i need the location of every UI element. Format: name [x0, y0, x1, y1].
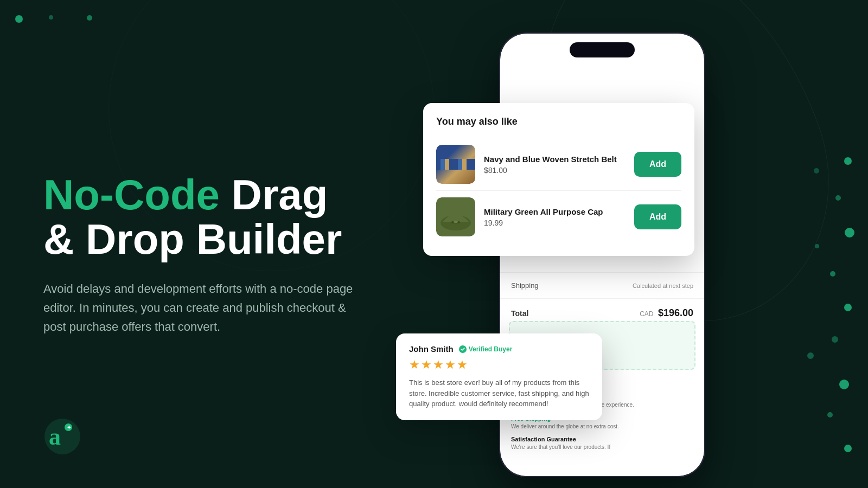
total-value: $196.00	[658, 307, 693, 318]
upsell-item-belt: Navy and Blue Woven Stretch Belt $81.00 …	[436, 138, 681, 191]
total-amount: CAD $196.00	[640, 307, 693, 319]
review-text: This is best store ever! buy all of my p…	[409, 377, 589, 409]
free-shipping-text: We deliver around the globe at no extra …	[511, 423, 693, 431]
svg-point-7	[454, 221, 458, 223]
upsell-item-cap: Military Green All Purpose Cap 19.99 Add	[436, 191, 681, 243]
upsell-item-name-belt: Navy and Blue Woven Stretch Belt	[484, 155, 626, 164]
main-headline: No-Code Drag& Drop Builder	[43, 173, 423, 262]
shipping-label: Shipping	[511, 281, 539, 290]
upsell-card: You may also like Navy and Blue Woven St…	[423, 103, 694, 256]
review-card: John Smith Verified Buyer ★★★★★ This is …	[396, 333, 602, 420]
upsell-item-info-cap: Military Green All Purpose Cap 19.99	[484, 207, 626, 227]
verified-icon	[459, 345, 467, 353]
total-currency: CAD	[640, 310, 653, 318]
verified-badge: Verified Buyer	[459, 345, 513, 353]
add-cap-button[interactable]: Add	[634, 204, 681, 229]
brand-logo: a ✦	[43, 418, 81, 455]
svg-text:✦: ✦	[67, 425, 72, 431]
belt-image	[436, 145, 475, 184]
svg-text:a: a	[49, 423, 61, 450]
cap-image	[436, 197, 475, 236]
upsell-title: You may also like	[436, 116, 681, 127]
total-label: Total	[511, 309, 528, 318]
upsell-item-price-belt: $81.00	[484, 166, 626, 175]
upsell-item-price-cap: 19.99	[484, 219, 626, 227]
verified-label: Verified Buyer	[469, 345, 513, 353]
reviewer-name: John Smith	[409, 344, 454, 354]
right-panel: 2 The Original Dress Collar Polo $95.00 …	[380, 0, 868, 488]
belt-thumbnail	[436, 145, 475, 184]
satisfaction-text: We're sure that you'll love our products…	[511, 444, 693, 451]
left-content-panel: No-Code Drag& Drop Builder Avoid delays …	[43, 0, 423, 488]
add-belt-button[interactable]: Add	[634, 152, 681, 177]
phone-notch	[570, 42, 635, 57]
reviewer-info-row: John Smith Verified Buyer	[409, 344, 589, 354]
dot-1	[15, 15, 23, 23]
phone-shipping-row: Shipping Calculated at next step	[500, 272, 704, 298]
upsell-item-name-cap: Military Green All Purpose Cap	[484, 207, 626, 216]
upsell-item-info-belt: Navy and Blue Woven Stretch Belt $81.00	[484, 155, 626, 175]
headline-green-text: No-Code	[43, 171, 220, 219]
subtext-paragraph: Avoid delays and development efforts wit…	[43, 279, 369, 337]
review-stars: ★★★★★	[409, 358, 589, 372]
shipping-value: Calculated at next step	[633, 282, 693, 289]
cap-thumbnail	[436, 197, 475, 236]
satisfaction-title: Satisfaction Guarantee	[511, 436, 693, 442]
